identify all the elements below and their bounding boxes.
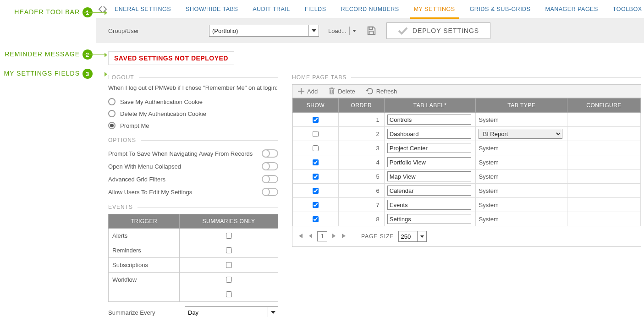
pager-next[interactable] [332, 233, 336, 240]
option-label: Open With Menu Collapsed [108, 163, 181, 170]
th-label[interactable]: TAB LABEL* [384, 98, 476, 113]
grid-hscroll[interactable]: SHOW ORDER TAB LABEL* TAB TYPE CONFIGURE… [292, 98, 641, 226]
tablabel-input[interactable] [387, 214, 471, 224]
th-order[interactable]: ORDER [338, 98, 384, 113]
toggle[interactable] [262, 149, 278, 158]
logout-option-0[interactable]: Save My Authentication Cookie [108, 96, 278, 108]
grid-add-button[interactable]: Add [298, 88, 318, 95]
tablabel-input[interactable] [387, 157, 471, 167]
summaries-checkbox[interactable] [226, 233, 232, 239]
tablabel-input[interactable] [387, 200, 471, 210]
logout-option-1[interactable]: Delete My Authentication Cookie [108, 108, 278, 120]
save-button[interactable] [365, 25, 377, 37]
configure-cell [567, 212, 641, 226]
load-dropdown[interactable] [349, 27, 356, 35]
tabs-scroll-right-small[interactable] [103, 2, 107, 16]
summaries-checkbox[interactable] [226, 277, 232, 283]
pager-last[interactable] [341, 233, 347, 240]
toggle[interactable] [262, 188, 278, 196]
show-checkbox[interactable] [313, 145, 319, 151]
order-cell: 2 [338, 127, 384, 141]
group-user-select[interactable] [209, 25, 319, 37]
tab-manager-pages[interactable]: MANAGER PAGES [538, 0, 605, 18]
show-checkbox[interactable] [313, 159, 319, 165]
hometabs-row: 3System [293, 141, 641, 155]
save-icon [366, 26, 376, 36]
tablabel-input[interactable] [387, 171, 471, 181]
show-checkbox[interactable] [313, 174, 319, 180]
tabtype-text: System [479, 116, 498, 123]
option-1: Open With Menu Collapsed [108, 160, 278, 173]
tabtype-text: System [479, 202, 498, 208]
summaries-checkbox[interactable] [226, 247, 232, 253]
show-checkbox[interactable] [313, 131, 319, 137]
option-2: Advanced Grid Filters [108, 173, 278, 186]
order-cell: 3 [338, 141, 384, 155]
tab-show-hide-tabs[interactable]: SHOW/HIDE TABS [178, 0, 245, 18]
order-cell: 5 [338, 169, 384, 184]
summarize-input[interactable] [185, 307, 268, 317]
page-size-select[interactable] [398, 231, 427, 242]
tab-record-numbers[interactable]: RECORD NUMBERS [333, 0, 406, 18]
tab-toolbox-settings[interactable]: TOOLBOX SETTINGS [605, 0, 644, 18]
load-button[interactable]: Load... [328, 27, 356, 35]
toggle[interactable] [262, 175, 278, 183]
show-checkbox[interactable] [313, 202, 319, 208]
summarize-select[interactable] [185, 306, 278, 317]
page-size-dropdown[interactable] [417, 231, 426, 241]
show-checkbox[interactable] [313, 117, 319, 123]
th-config[interactable]: CONFIGURE [567, 98, 641, 113]
tablabel-input[interactable] [387, 129, 471, 139]
toggle[interactable] [262, 162, 278, 170]
home-tabs-table: SHOW ORDER TAB LABEL* TAB TYPE CONFIGURE… [292, 98, 641, 226]
show-checkbox[interactable] [313, 188, 319, 194]
tab-audit-trail[interactable]: AUDIT TRAIL [245, 0, 297, 18]
group-user-input[interactable] [209, 25, 308, 36]
deploy-button[interactable]: DEPLOY SETTINGS [386, 22, 490, 39]
tab-fields[interactable]: FIELDS [297, 0, 334, 18]
order-cell: 4 [338, 155, 384, 169]
callout-2: REMINDER MESSAGE2 [0, 49, 96, 60]
summaries-checkbox[interactable] [226, 262, 232, 268]
tablabel-input[interactable] [387, 186, 471, 196]
logout-option-2[interactable]: Prompt Me [108, 120, 278, 131]
radio-icon[interactable] [108, 122, 116, 129]
th-type[interactable]: TAB TYPE [476, 98, 567, 113]
tablabel-input[interactable] [387, 143, 471, 153]
reminder-message: SAVED SETTINGS NOT DEPLOYED [108, 51, 234, 65]
grid-delete-button[interactable]: Delete [329, 87, 355, 95]
option-0: Prompt To Save When Navigating Away From… [108, 147, 278, 160]
pager-current[interactable]: 1 [317, 231, 327, 241]
tabs-row: ENERAL SETTINGSSHOW/HIDE TABSAUDIT TRAIL… [96, 0, 644, 18]
trigger-cell: Workflow [109, 273, 180, 287]
tab-my-settings[interactable]: MY SETTINGS [407, 0, 462, 18]
show-checkbox[interactable] [313, 216, 319, 222]
pager-prev[interactable] [308, 233, 313, 240]
tabtype-select[interactable]: BI Report [479, 129, 562, 139]
tabs-scroll-left[interactable] [98, 2, 103, 16]
configure-cell [567, 169, 641, 184]
summarize-label: Summarize Every [108, 309, 179, 316]
order-cell: 1 [338, 113, 384, 127]
radio-icon[interactable] [108, 98, 116, 105]
summaries-checkbox[interactable] [226, 291, 232, 297]
tab-grids-sub-grids[interactable]: GRIDS & SUB-GRIDS [462, 0, 538, 18]
tabtype-text: System [479, 159, 498, 166]
events-row: Alerts [109, 229, 278, 243]
th-show[interactable]: SHOW [293, 98, 339, 113]
pager-first[interactable] [297, 233, 303, 240]
grid-refresh-button[interactable]: Refresh [366, 87, 397, 95]
group-user-dropdown[interactable] [308, 25, 319, 36]
trigger-cell: Reminders [109, 243, 180, 258]
radio-label: Delete My Authentication Cookie [120, 110, 206, 117]
chevron-down-icon [271, 311, 275, 314]
configure-cell [567, 127, 641, 141]
events-th-trigger: TRIGGER [109, 214, 180, 229]
page-size-input[interactable] [399, 231, 417, 241]
radio-icon[interactable] [108, 110, 116, 117]
hometabs-row: 7System [293, 198, 641, 212]
tab-eneral-settings[interactable]: ENERAL SETTINGS [107, 0, 178, 18]
tablabel-input[interactable] [387, 115, 471, 125]
trigger-cell: Subscriptions [109, 258, 180, 273]
summarize-dropdown[interactable] [268, 307, 278, 317]
